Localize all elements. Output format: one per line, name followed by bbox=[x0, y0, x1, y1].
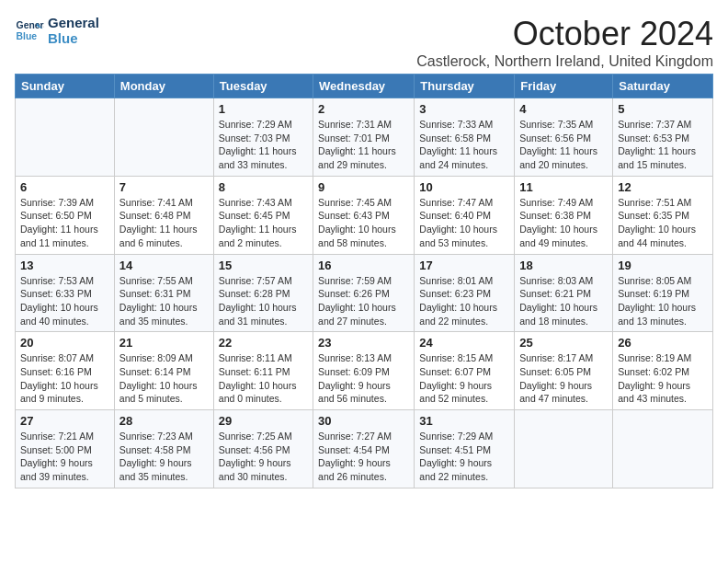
calendar-cell: 7Sunrise: 7:41 AM Sunset: 6:48 PM Daylig… bbox=[114, 176, 213, 254]
day-info: Sunrise: 7:47 AM Sunset: 6:40 PM Dayligh… bbox=[419, 196, 509, 250]
header: General Blue GeneralBlue October 2024 Ca… bbox=[15, 15, 713, 70]
day-info: Sunrise: 8:01 AM Sunset: 6:23 PM Dayligh… bbox=[419, 274, 509, 328]
day-info: Sunrise: 7:27 AM Sunset: 4:54 PM Dayligh… bbox=[318, 430, 409, 484]
day-number: 28 bbox=[119, 414, 209, 428]
calendar-cell: 8Sunrise: 7:43 AM Sunset: 6:45 PM Daylig… bbox=[213, 176, 313, 254]
calendar-cell: 25Sunrise: 8:17 AM Sunset: 6:05 PM Dayli… bbox=[515, 332, 613, 410]
day-info: Sunrise: 7:23 AM Sunset: 4:58 PM Dayligh… bbox=[119, 430, 209, 484]
day-number: 20 bbox=[20, 336, 109, 350]
calendar-cell bbox=[613, 410, 713, 488]
day-number: 29 bbox=[219, 414, 308, 428]
day-info: Sunrise: 7:57 AM Sunset: 6:28 PM Dayligh… bbox=[219, 274, 308, 328]
day-number: 27 bbox=[20, 414, 109, 428]
calendar-cell: 12Sunrise: 7:51 AM Sunset: 6:35 PM Dayli… bbox=[613, 176, 713, 254]
day-number: 2 bbox=[318, 102, 409, 116]
day-number: 13 bbox=[20, 259, 109, 272]
title-block: October 2024 Castlerock, Northern Irelan… bbox=[416, 15, 713, 70]
calendar-week-row: 6Sunrise: 7:39 AM Sunset: 6:50 PM Daylig… bbox=[16, 176, 713, 254]
day-info: Sunrise: 7:55 AM Sunset: 6:31 PM Dayligh… bbox=[119, 274, 209, 328]
day-header-friday: Friday bbox=[515, 75, 613, 98]
calendar-cell: 31Sunrise: 7:29 AM Sunset: 4:51 PM Dayli… bbox=[415, 410, 515, 488]
calendar-cell: 24Sunrise: 8:15 AM Sunset: 6:07 PM Dayli… bbox=[415, 332, 515, 410]
day-info: Sunrise: 8:17 AM Sunset: 6:05 PM Dayligh… bbox=[519, 351, 608, 406]
day-number: 22 bbox=[219, 336, 308, 350]
day-header-monday: Monday bbox=[114, 75, 213, 98]
logo: General Blue GeneralBlue bbox=[15, 15, 99, 46]
day-info: Sunrise: 8:09 AM Sunset: 6:14 PM Dayligh… bbox=[119, 351, 209, 406]
calendar-cell: 13Sunrise: 7:53 AM Sunset: 6:33 PM Dayli… bbox=[16, 254, 115, 332]
calendar-cell bbox=[16, 98, 115, 177]
day-number: 25 bbox=[519, 336, 608, 350]
calendar-cell: 27Sunrise: 7:21 AM Sunset: 5:00 PM Dayli… bbox=[16, 410, 115, 488]
day-info: Sunrise: 8:11 AM Sunset: 6:11 PM Dayligh… bbox=[219, 351, 308, 406]
calendar-week-row: 27Sunrise: 7:21 AM Sunset: 5:00 PM Dayli… bbox=[16, 410, 713, 488]
day-info: Sunrise: 7:33 AM Sunset: 6:58 PM Dayligh… bbox=[419, 118, 509, 172]
day-info: Sunrise: 7:53 AM Sunset: 6:33 PM Dayligh… bbox=[20, 274, 109, 328]
calendar-cell: 26Sunrise: 8:19 AM Sunset: 6:02 PM Dayli… bbox=[613, 332, 713, 410]
day-info: Sunrise: 7:49 AM Sunset: 6:38 PM Dayligh… bbox=[519, 196, 608, 250]
calendar-cell: 1Sunrise: 7:29 AM Sunset: 7:03 PM Daylig… bbox=[213, 98, 313, 177]
calendar-cell: 28Sunrise: 7:23 AM Sunset: 4:58 PM Dayli… bbox=[114, 410, 213, 488]
day-number: 21 bbox=[119, 336, 209, 350]
day-number: 5 bbox=[618, 102, 708, 116]
day-number: 8 bbox=[219, 180, 308, 194]
day-info: Sunrise: 8:03 AM Sunset: 6:21 PM Dayligh… bbox=[519, 274, 608, 328]
day-number: 24 bbox=[419, 336, 509, 350]
day-header-saturday: Saturday bbox=[613, 75, 713, 98]
day-info: Sunrise: 7:37 AM Sunset: 6:53 PM Dayligh… bbox=[618, 118, 708, 172]
day-number: 10 bbox=[419, 180, 509, 194]
day-info: Sunrise: 7:45 AM Sunset: 6:43 PM Dayligh… bbox=[318, 196, 409, 250]
day-number: 11 bbox=[519, 180, 608, 194]
day-header-wednesday: Wednesday bbox=[313, 75, 415, 98]
svg-text:General: General bbox=[17, 20, 44, 30]
day-number: 30 bbox=[318, 414, 409, 428]
day-number: 1 bbox=[219, 102, 308, 116]
day-info: Sunrise: 7:59 AM Sunset: 6:26 PM Dayligh… bbox=[318, 274, 409, 328]
day-info: Sunrise: 7:25 AM Sunset: 4:56 PM Dayligh… bbox=[219, 430, 308, 484]
day-info: Sunrise: 8:15 AM Sunset: 6:07 PM Dayligh… bbox=[419, 351, 509, 406]
calendar-cell: 3Sunrise: 7:33 AM Sunset: 6:58 PM Daylig… bbox=[415, 98, 515, 177]
day-header-tuesday: Tuesday bbox=[213, 75, 313, 98]
calendar-week-row: 20Sunrise: 8:07 AM Sunset: 6:16 PM Dayli… bbox=[16, 332, 713, 410]
logo-icon: General Blue bbox=[15, 16, 44, 45]
logo-text: GeneralBlue bbox=[48, 15, 99, 46]
day-number: 18 bbox=[519, 259, 608, 272]
calendar-cell: 4Sunrise: 7:35 AM Sunset: 6:56 PM Daylig… bbox=[515, 98, 613, 177]
day-info: Sunrise: 7:41 AM Sunset: 6:48 PM Dayligh… bbox=[119, 196, 209, 250]
day-number: 12 bbox=[618, 180, 708, 194]
day-number: 26 bbox=[618, 336, 708, 350]
location-subtitle: Castlerock, Northern Ireland, United Kin… bbox=[416, 53, 713, 70]
day-info: Sunrise: 7:51 AM Sunset: 6:35 PM Dayligh… bbox=[618, 196, 708, 250]
calendar-cell: 18Sunrise: 8:03 AM Sunset: 6:21 PM Dayli… bbox=[515, 254, 613, 332]
calendar-cell: 19Sunrise: 8:05 AM Sunset: 6:19 PM Dayli… bbox=[613, 254, 713, 332]
day-number: 3 bbox=[419, 102, 509, 116]
calendar-cell: 9Sunrise: 7:45 AM Sunset: 6:43 PM Daylig… bbox=[313, 176, 415, 254]
calendar-cell: 5Sunrise: 7:37 AM Sunset: 6:53 PM Daylig… bbox=[613, 98, 713, 177]
calendar-cell bbox=[114, 98, 213, 177]
svg-text:Blue: Blue bbox=[17, 31, 38, 41]
calendar-cell: 15Sunrise: 7:57 AM Sunset: 6:28 PM Dayli… bbox=[213, 254, 313, 332]
day-info: Sunrise: 7:31 AM Sunset: 7:01 PM Dayligh… bbox=[318, 118, 409, 172]
day-info: Sunrise: 7:21 AM Sunset: 5:00 PM Dayligh… bbox=[20, 430, 109, 484]
calendar-table: SundayMondayTuesdayWednesdayThursdayFrid… bbox=[15, 74, 713, 488]
calendar-header-row: SundayMondayTuesdayWednesdayThursdayFrid… bbox=[16, 75, 713, 98]
day-info: Sunrise: 7:39 AM Sunset: 6:50 PM Dayligh… bbox=[20, 196, 109, 250]
day-header-thursday: Thursday bbox=[415, 75, 515, 98]
day-info: Sunrise: 8:19 AM Sunset: 6:02 PM Dayligh… bbox=[618, 351, 708, 406]
calendar-cell: 10Sunrise: 7:47 AM Sunset: 6:40 PM Dayli… bbox=[415, 176, 515, 254]
day-number: 23 bbox=[318, 336, 409, 350]
calendar-cell bbox=[515, 410, 613, 488]
day-info: Sunrise: 8:13 AM Sunset: 6:09 PM Dayligh… bbox=[318, 351, 409, 406]
calendar-cell: 17Sunrise: 8:01 AM Sunset: 6:23 PM Dayli… bbox=[415, 254, 515, 332]
day-number: 16 bbox=[318, 259, 409, 272]
day-number: 4 bbox=[519, 102, 608, 116]
calendar-cell: 14Sunrise: 7:55 AM Sunset: 6:31 PM Dayli… bbox=[114, 254, 213, 332]
day-info: Sunrise: 7:43 AM Sunset: 6:45 PM Dayligh… bbox=[219, 196, 308, 250]
day-info: Sunrise: 7:29 AM Sunset: 7:03 PM Dayligh… bbox=[219, 118, 308, 172]
calendar-cell: 22Sunrise: 8:11 AM Sunset: 6:11 PM Dayli… bbox=[213, 332, 313, 410]
calendar-cell: 30Sunrise: 7:27 AM Sunset: 4:54 PM Dayli… bbox=[313, 410, 415, 488]
day-number: 31 bbox=[419, 414, 509, 428]
day-number: 6 bbox=[20, 180, 109, 194]
calendar-cell: 21Sunrise: 8:09 AM Sunset: 6:14 PM Dayli… bbox=[114, 332, 213, 410]
month-title: October 2024 bbox=[416, 15, 713, 53]
